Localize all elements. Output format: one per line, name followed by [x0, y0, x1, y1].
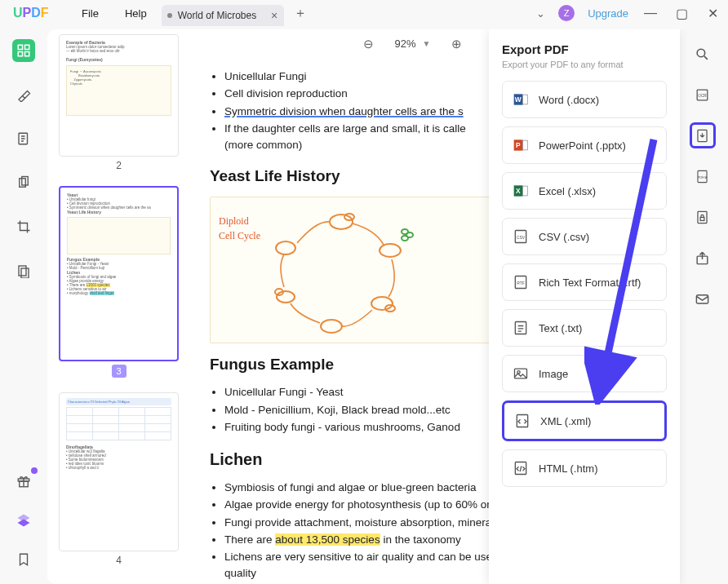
svg-rect-36: [515, 322, 526, 334]
svg-rect-50: [696, 294, 708, 303]
svg-rect-2: [18, 52, 22, 56]
svg-point-16: [321, 320, 342, 333]
svg-text:X: X: [516, 187, 521, 195]
gift-icon[interactable]: [12, 470, 35, 493]
thumbnail-number-3: 3: [112, 365, 127, 378]
titlebar: UPDF File Help World of Microbes × ＋ ⌄ Z…: [0, 0, 728, 26]
svg-rect-6: [22, 177, 29, 186]
svg-rect-31: [523, 186, 528, 196]
minimize-button[interactable]: —: [641, 6, 659, 20]
export-option-text[interactable]: Text (.txt): [502, 309, 667, 347]
svg-point-14: [371, 297, 393, 310]
compress-tool[interactable]: [12, 259, 35, 282]
thumbnail-panel: Example of BacteriaLorem ipsum dolor con…: [47, 29, 190, 584]
thumbnail-page-3[interactable]: Yeast• Unicellular fungi• Cell division …: [59, 186, 179, 361]
thumbnails-tool[interactable]: [12, 39, 35, 62]
svg-rect-28: [523, 140, 528, 150]
export-panel: Export PDF Export your PDF to any format…: [489, 29, 680, 584]
export-option-html[interactable]: HTML (.htm): [502, 449, 667, 487]
crop-tool[interactable]: [12, 215, 35, 238]
bookmark-icon[interactable]: [12, 548, 35, 571]
export-option-powerpoint[interactable]: PPowerPoint (.pptx): [502, 126, 667, 164]
html-icon: [513, 460, 529, 476]
share-icon[interactable]: [690, 245, 716, 271]
svg-text:RTF: RTF: [517, 281, 525, 285]
zoom-in-button[interactable]: ⊕: [451, 37, 462, 51]
svg-rect-48: [700, 217, 704, 220]
svg-text:CSV: CSV: [517, 235, 526, 240]
export-option-word[interactable]: WWord (.docx): [502, 81, 667, 118]
svg-text:P: P: [516, 141, 521, 149]
svg-rect-7: [19, 266, 26, 276]
zoom-out-button[interactable]: ⊖: [363, 37, 374, 51]
excel-icon: X: [513, 183, 529, 199]
edit-tool[interactable]: [12, 127, 35, 150]
word-icon: W: [513, 91, 529, 108]
search-icon[interactable]: [690, 41, 716, 67]
svg-text:PDF/A: PDF/A: [698, 175, 708, 179]
tab-title: World of Microbes: [178, 10, 256, 21]
chevron-down-icon[interactable]: ⌄: [536, 7, 545, 20]
svg-point-13: [380, 244, 401, 257]
layers-icon[interactable]: [12, 509, 35, 532]
zoom-dropdown-icon[interactable]: ▼: [423, 39, 431, 48]
thumbnail-page-2[interactable]: Example of BacteriaLorem ipsum dolor con…: [59, 34, 179, 157]
svg-point-17: [277, 291, 295, 303]
tab-indicator-icon: [167, 13, 172, 18]
export-option-excel[interactable]: XExcel (.xlsx): [502, 172, 667, 210]
left-tool-rail: [0, 26, 47, 584]
powerpoint-icon: P: [513, 137, 529, 153]
svg-rect-3: [25, 52, 29, 56]
svg-point-41: [697, 49, 705, 56]
rtf-icon: RTF: [513, 274, 529, 290]
tab-add-button[interactable]: ＋: [291, 2, 310, 25]
export-option-xml[interactable]: XML (.xml): [502, 400, 667, 441]
document-tab[interactable]: World of Microbes ×: [162, 5, 284, 26]
right-tool-rail: OCR PDF/A: [680, 29, 725, 584]
protect-icon[interactable]: [690, 204, 716, 230]
menu-help[interactable]: Help: [125, 7, 147, 20]
ocr-icon[interactable]: OCR: [690, 82, 716, 108]
svg-rect-8: [21, 268, 29, 278]
svg-rect-1: [25, 45, 29, 49]
menu-file[interactable]: File: [82, 7, 99, 20]
text-icon: [513, 320, 529, 336]
svg-text:W: W: [515, 95, 522, 104]
app-menu: File Help: [65, 7, 147, 20]
thumbnail-number-4: 4: [59, 555, 179, 566]
pdfa-icon[interactable]: PDF/A: [690, 163, 716, 189]
image-icon: [513, 365, 529, 382]
export-subtitle: Export your PDF to any format: [502, 60, 667, 69]
app-logo: UPDF: [0, 6, 65, 20]
email-icon[interactable]: [690, 285, 716, 312]
svg-point-19: [276, 241, 295, 254]
thumbnail-page-4[interactable]: Characteristics Of Selected Phyla Of Alg…: [59, 392, 179, 551]
svg-point-11: [330, 215, 353, 229]
export-option-image[interactable]: Image: [502, 355, 667, 392]
export-option-rtf[interactable]: RTFRich Text Format (.rtf): [502, 263, 667, 301]
thumbnail-number-2: 2: [59, 160, 179, 171]
xml-icon: [514, 413, 530, 429]
upgrade-link[interactable]: Upgrade: [588, 7, 628, 20]
svg-rect-5: [20, 179, 26, 188]
zoom-value: 92%: [395, 38, 416, 50]
svg-text:OCR: OCR: [698, 93, 707, 97]
export-option-csv[interactable]: CSVCSV (.csv): [502, 218, 667, 255]
highlight-tool[interactable]: [12, 83, 35, 106]
tab-close-icon[interactable]: ×: [271, 9, 277, 22]
organize-tool[interactable]: [12, 171, 35, 194]
maximize-button[interactable]: ▢: [673, 6, 690, 21]
close-window-button[interactable]: ✕: [704, 6, 721, 21]
user-avatar[interactable]: Z: [558, 5, 575, 21]
csv-icon: CSV: [513, 228, 529, 245]
svg-rect-0: [18, 45, 22, 49]
svg-rect-25: [523, 95, 528, 104]
svg-point-22: [402, 236, 408, 241]
export-pdf-icon[interactable]: [690, 122, 716, 148]
export-title: Export PDF: [502, 42, 667, 56]
